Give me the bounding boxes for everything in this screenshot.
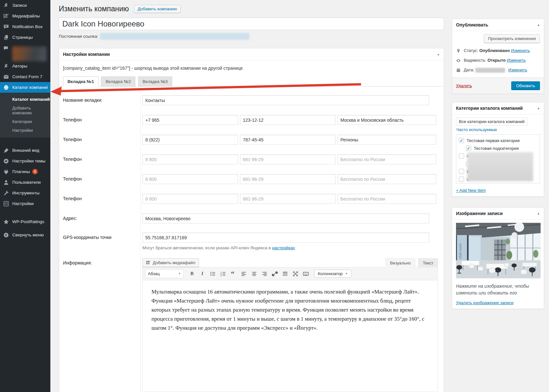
add-media-button[interactable]: Добавить медиафайл	[142, 258, 199, 267]
sidebar-item-tools[interactable]: Инструменты	[0, 188, 50, 198]
colonizer-button[interactable]: Колонизатор ▼	[314, 270, 351, 278]
eye-icon	[456, 58, 461, 63]
align-left-button[interactable]	[239, 269, 248, 278]
fullscreen-button[interactable]	[291, 269, 300, 278]
phone-region-input[interactable]	[337, 174, 436, 184]
editor-content[interactable]: Мультиварка оснащена 16 автоматическими …	[143, 280, 438, 392]
phone-region-input[interactable]	[337, 135, 436, 145]
sidebar-item-contact-form-7[interactable]: Contact Form 7	[0, 71, 50, 82]
add-company-button[interactable]: Добавить компанию	[134, 5, 181, 13]
edit-status-link[interactable]: Изменить	[511, 48, 530, 53]
submenu-item-settings[interactable]: Настройки	[0, 126, 50, 135]
phone-number-input[interactable]	[240, 154, 336, 164]
redacted-menu-label	[12, 46, 47, 61]
phone-region-input[interactable]	[337, 194, 436, 204]
tab-3[interactable]: Вкладка №3	[138, 77, 172, 87]
submenu-item-add-company[interactable]: Добавить компанию	[0, 104, 50, 117]
align-right-button[interactable]	[260, 269, 269, 278]
sidebar-item-pages[interactable]: Страницы	[0, 32, 50, 43]
collapse-metabox-icon[interactable]: ▲	[537, 23, 540, 26]
info-label: Информация:	[59, 258, 142, 392]
phone-number-input[interactable]	[240, 115, 336, 125]
phone-code-input[interactable]	[142, 174, 238, 184]
edit-company-page: Изменить компанию Добавить компанию Пост…	[59, 0, 444, 392]
toolbar-toggle-button[interactable]	[301, 269, 310, 278]
collapse-metabox-icon[interactable]: ▲	[537, 212, 540, 215]
shortcode-hint: [company_catalog_item id="167"] - шортко…	[59, 60, 444, 71]
gps-input[interactable]	[142, 232, 429, 242]
sidebar-item-comments[interactable]	[0, 43, 50, 61]
sidebar-item-posts[interactable]: Записи	[0, 0, 50, 11]
update-button[interactable]: Обновить	[511, 81, 540, 90]
bulleted-list-button[interactable]	[208, 269, 217, 278]
phone-code-input[interactable]	[142, 135, 238, 145]
featured-image[interactable]: chat room	[456, 223, 541, 278]
delete-link[interactable]: Удалить	[456, 83, 472, 88]
post-title-input[interactable]	[59, 17, 444, 30]
bold-button[interactable]: B	[187, 269, 197, 278]
wysiwyg-editor: Добавить медиафайл Визуально Текст Абзац	[142, 258, 438, 392]
link-button[interactable]	[270, 269, 279, 278]
submenu-item-categories[interactable]: Категории	[0, 117, 50, 126]
preview-changes-button[interactable]: Просмотреть изменения	[484, 34, 540, 43]
tab-2[interactable]: Вкладка №2	[101, 77, 135, 87]
sidebar-item-users[interactable]: Пользователи	[0, 177, 50, 188]
sidebar-item-label: Авторы	[12, 64, 27, 68]
phone-region-input[interactable]	[337, 115, 436, 125]
menu-separator	[0, 227, 50, 230]
editor-paragraph: Мультиварка оснащена 16 автоматическими …	[151, 287, 429, 332]
featured-image-caption: Нажмите на изображение, чтобы изменить и…	[456, 283, 540, 296]
phone-number-input[interactable]	[240, 135, 336, 145]
phone-region-input[interactable]	[337, 154, 436, 164]
category-checkbox[interactable]	[459, 153, 464, 159]
edit-visibility-link[interactable]: Изменить	[507, 58, 526, 63]
sidebar-item-settings[interactable]: Настройки	[0, 198, 50, 209]
collapse-arrow-icon	[3, 232, 9, 238]
page-title: Изменить компанию	[59, 5, 129, 13]
phone-number-input[interactable]	[240, 194, 336, 204]
phone-code-input[interactable]	[142, 154, 238, 164]
sidebar-item-authors[interactable]: Авторы	[0, 61, 50, 71]
collapse-metabox-icon[interactable]: ▲	[537, 107, 540, 110]
phone-code-input[interactable]	[142, 115, 238, 125]
align-center-button[interactable]	[249, 269, 259, 278]
blockquote-button[interactable]: “	[229, 269, 238, 278]
plugin-icon	[3, 169, 9, 175]
permalink-url-redacted[interactable]	[100, 33, 249, 40]
category-checkbox[interactable]	[459, 177, 464, 182]
phone-code-input[interactable]	[142, 194, 238, 204]
edit-date-link[interactable]: Изменить	[508, 67, 527, 72]
numbered-list-button[interactable]: 123	[218, 269, 228, 278]
categories-metabox: Категории каталога компаний ▲ Все катего…	[452, 102, 544, 197]
sidebar-item-notification-box[interactable]: Notification Box	[0, 21, 50, 32]
all-categories-tab[interactable]: Все категории каталога компаний	[456, 118, 527, 126]
category-checkbox-checked[interactable]: ✓	[466, 146, 471, 151]
tab-name-input[interactable]	[142, 95, 429, 105]
submenu-item-catalog[interactable]: Каталог компаний	[0, 95, 50, 104]
sidebar-item-company-catalog[interactable]: Каталог компаний	[0, 82, 50, 93]
sidebar-item-plugins[interactable]: Плагины 6	[0, 166, 50, 177]
phone-label: Телефон	[59, 135, 142, 145]
read-more-button[interactable]	[280, 269, 290, 278]
sidebar-item-label: Записи	[12, 3, 27, 8]
tab-1[interactable]: Вкладка №1	[63, 77, 98, 87]
phone-number-input[interactable]	[240, 174, 336, 184]
sidebar-item-appearance[interactable]: Внешний вид	[0, 145, 50, 156]
text-tab[interactable]: Текст	[418, 258, 438, 267]
visual-tab[interactable]: Визуально	[386, 258, 415, 267]
italic-button[interactable]: I	[198, 269, 207, 278]
sidebar-item-media[interactable]: Медиафайлы	[0, 11, 50, 21]
gps-settings-link[interactable]: настройках	[272, 245, 295, 250]
featured-image-overlay-text: chat room	[458, 243, 462, 259]
collapse-menu-button[interactable]: Свернуть меню	[0, 230, 50, 240]
collapse-metabox-icon[interactable]: ▲	[437, 53, 440, 56]
sidebar-item-wp-postratings[interactable]: WP-PostRatings	[0, 216, 50, 227]
sidebar-item-theme-settings[interactable]: Настройки темы	[0, 156, 50, 166]
paragraph-format-select[interactable]: Абзац ▼	[145, 269, 183, 278]
remove-featured-image-link[interactable]: Удалить изображение записи	[456, 300, 513, 305]
add-new-item-link[interactable]: + Add New Item	[456, 188, 486, 193]
frequently-used-link[interactable]: Часто используемые	[456, 127, 497, 132]
address-input[interactable]	[142, 213, 429, 223]
category-checkbox[interactable]	[459, 169, 464, 174]
category-checkbox-checked[interactable]: ✓	[459, 138, 464, 143]
